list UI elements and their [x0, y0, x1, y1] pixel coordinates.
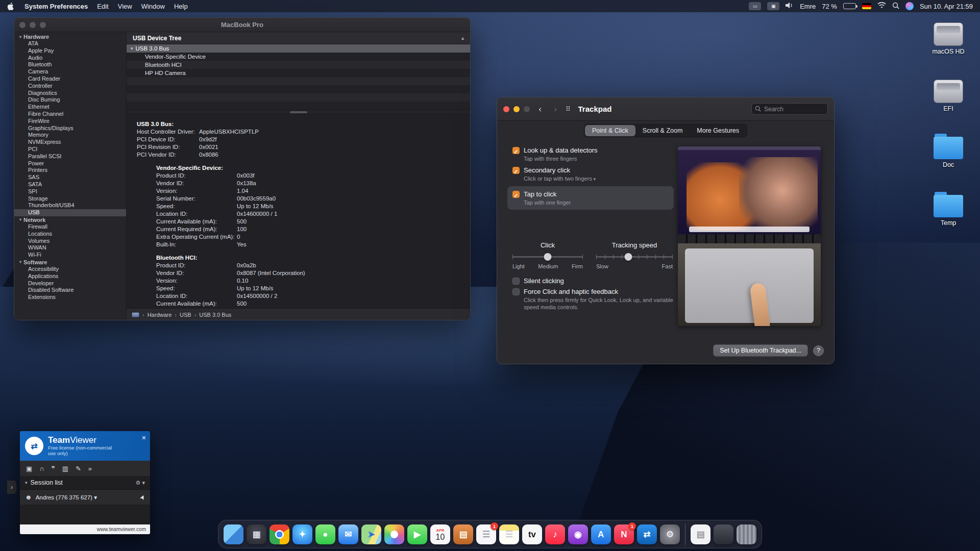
- dock-icon-document[interactable]: ▤: [691, 524, 710, 544]
- desktop-icon-doc[interactable]: Doc: [924, 134, 973, 168]
- tap-to-click-option[interactable]: Tap to click Tap with one finger: [507, 186, 674, 210]
- dock-icon-news[interactable]: N 1: [614, 524, 634, 544]
- sidebar-item[interactable]: FireWire: [14, 118, 126, 125]
- dock-icon-messages[interactable]: ●: [315, 524, 335, 544]
- back-button[interactable]: ‹: [535, 104, 545, 114]
- dock-icon-photos[interactable]: [384, 524, 404, 544]
- sidebar-item[interactable]: Graphics/Displays: [14, 125, 126, 132]
- sidebar-item[interactable]: Applications: [14, 273, 126, 280]
- sidebar-item[interactable]: PCI: [14, 146, 126, 153]
- sidebar-group-hardware[interactable]: ▾ Hardware: [14, 33, 126, 40]
- audio-icon[interactable]: ∩: [39, 465, 44, 472]
- search-input[interactable]: [751, 103, 828, 115]
- sidebar-group-network[interactable]: ▾ Network: [14, 216, 126, 223]
- sidebar-item[interactable]: Diagnostics: [14, 90, 126, 97]
- device-tree-row[interactable]: Bluetooth HCI: [127, 61, 470, 69]
- dock-icon-window-preview[interactable]: [714, 524, 733, 544]
- dock-icon-facetime[interactable]: ▶: [407, 524, 427, 544]
- sidebar-item[interactable]: Developer: [14, 280, 126, 287]
- secondary-click-dropdown[interactable]: Click or tap with two fingers: [524, 176, 596, 182]
- breadcrumb-item[interactable]: Hardware: [148, 312, 172, 318]
- pane-splitter[interactable]: [127, 110, 470, 114]
- sidebar-item[interactable]: SPI: [14, 188, 126, 195]
- sidebar-item[interactable]: Firewall: [14, 223, 126, 231]
- teamviewer-collapse-tab[interactable]: ›: [7, 481, 16, 494]
- keyboard-layout-flag-icon[interactable]: [862, 3, 871, 9]
- desktop-icon-efi[interactable]: EFI: [924, 80, 973, 112]
- dock-icon-maps[interactable]: ➤: [361, 524, 381, 544]
- sidebar-item[interactable]: Storage: [14, 195, 126, 203]
- lookup-checkbox[interactable]: [512, 147, 520, 154]
- dock-icon-mail[interactable]: ✉: [338, 524, 358, 544]
- menu-bar-clock[interactable]: Sun 10. Apr 21:59: [920, 3, 973, 10]
- secondary-click-option[interactable]: Secondary click Click or tap with two fi…: [512, 166, 672, 182]
- sidebar-item[interactable]: Parallel SCSI: [14, 153, 126, 160]
- file-transfer-icon[interactable]: ▥: [62, 465, 68, 472]
- disclosure-triangle-icon[interactable]: ▾: [19, 260, 21, 264]
- close-icon[interactable]: ×: [142, 434, 146, 442]
- sidebar-item[interactable]: Accessibility: [14, 266, 126, 273]
- session-list-row[interactable]: ▾ Session list ⚙ ▾: [20, 476, 150, 490]
- sidebar-item[interactable]: Memory: [14, 132, 126, 139]
- sidebar-item[interactable]: Locations: [14, 231, 126, 238]
- screen-mirroring-icon[interactable]: ▭: [749, 2, 761, 10]
- tab[interactable]: More Gestures: [690, 125, 746, 136]
- menu-bar-item[interactable]: System Preferences: [20, 3, 92, 10]
- session-user-name[interactable]: Andres (776 375 627) ▾: [36, 494, 97, 501]
- breadcrumb-item[interactable]: USB: [180, 312, 191, 318]
- menu-bar-item[interactable]: Help: [169, 3, 192, 10]
- setup-bluetooth-trackpad-button[interactable]: Set Up Bluetooth Trackpad...: [713, 344, 808, 357]
- sidebar-item[interactable]: Power: [14, 160, 126, 167]
- sidebar-item[interactable]: Apple Pay: [14, 47, 126, 55]
- sidebar-item[interactable]: Bluetooth: [14, 61, 126, 68]
- sidebar-item[interactable]: Controller: [14, 83, 126, 90]
- click-slider[interactable]: [512, 253, 583, 261]
- menu-bar-item[interactable]: View: [113, 3, 137, 10]
- sidebar-item[interactable]: Printers: [14, 167, 126, 174]
- minimize-button[interactable]: [513, 106, 520, 112]
- sidebar-item[interactable]: SATA: [14, 181, 126, 188]
- siri-icon[interactable]: [905, 2, 914, 10]
- tap-to-click-checkbox[interactable]: [512, 191, 520, 198]
- apple-menu-icon[interactable]: [7, 3, 14, 10]
- dock-icon-calendar[interactable]: APR 10: [430, 524, 450, 544]
- dock-icon-chrome[interactable]: [270, 524, 289, 544]
- breadcrumb-item[interactable]: USB 3.0 Bus: [199, 312, 231, 318]
- menu-bar-item[interactable]: Window: [137, 3, 169, 10]
- dock-icon-launchpad[interactable]: ▦: [247, 524, 266, 544]
- dock-icon-trash[interactable]: [737, 524, 756, 544]
- forward-button[interactable]: ›: [550, 104, 560, 114]
- tracking-speed-slider[interactable]: [596, 253, 673, 261]
- usb-device-tree-header[interactable]: USB Device Tree ▴: [127, 32, 470, 44]
- si-titlebar[interactable]: MacBook Pro: [14, 18, 470, 32]
- dock-icon-finder[interactable]: [224, 524, 243, 544]
- dock-icon-teamviewer[interactable]: ⇄: [637, 524, 657, 544]
- more-tools-icon[interactable]: »: [88, 465, 92, 472]
- dock-icon-system-preferences[interactable]: ⚙: [660, 524, 680, 544]
- dock-icon-app-store[interactable]: A: [591, 524, 611, 544]
- dock-icon-safari[interactable]: ✦: [292, 524, 312, 544]
- chevron-down-icon[interactable]: ▾: [131, 44, 133, 53]
- disclosure-triangle-icon[interactable]: ▾: [19, 35, 21, 39]
- camera-widget-icon[interactable]: ▣: [767, 2, 779, 10]
- menu-bar-item[interactable]: Edit: [92, 3, 113, 10]
- session-user-row[interactable]: ☻ Andres (776 375 627) ▾ ➤: [20, 490, 150, 505]
- sidebar-group-software[interactable]: ▾ Software: [14, 259, 126, 266]
- username[interactable]: Emre: [800, 3, 816, 10]
- collapse-icon[interactable]: ▴: [461, 35, 464, 41]
- sidebar-item[interactable]: Volumes: [14, 238, 126, 245]
- whiteboard-icon[interactable]: ✎: [76, 465, 81, 472]
- device-tree-row[interactable]: Vendor-Specific Device: [127, 53, 470, 61]
- help-button[interactable]: ?: [813, 345, 824, 356]
- battery-icon[interactable]: [843, 3, 856, 9]
- tp-toolbar[interactable]: ‹ › ⠿ Trackpad: [497, 97, 834, 121]
- dock-icon-books[interactable]: ▤: [453, 524, 473, 544]
- sidebar-item[interactable]: WWAN: [14, 244, 126, 252]
- sidebar-item[interactable]: Wi-Fi: [14, 252, 126, 259]
- show-all-icon[interactable]: ⠿: [566, 105, 571, 113]
- sidebar-item[interactable]: Disc Burning: [14, 96, 126, 104]
- sidebar-item[interactable]: Card Reader: [14, 76, 126, 83]
- session-settings-icon[interactable]: ⚙ ▾: [136, 480, 145, 486]
- sidebar-item[interactable]: Camera: [14, 68, 126, 76]
- sidebar-item[interactable]: SAS: [14, 174, 126, 181]
